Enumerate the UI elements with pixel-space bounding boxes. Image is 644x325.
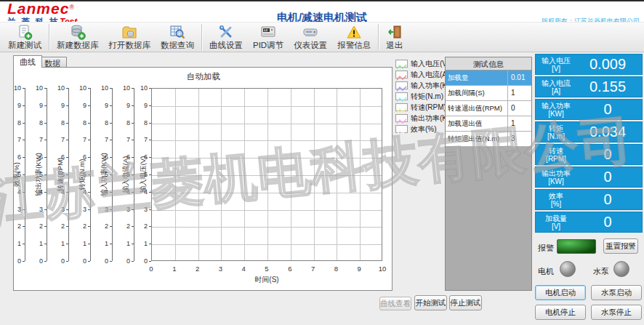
y-axis-tick-label: 0 [75, 257, 86, 265]
y-axis-tick-label: 8 [53, 119, 65, 127]
x-axis-tick-label: 3 [219, 265, 222, 273]
chart-title: 自动加载 [14, 71, 393, 82]
y-axis-tick-label: 10 [118, 84, 130, 92]
x-axis-tick-label: 0 [149, 265, 153, 273]
y-axis-tick [23, 157, 25, 158]
measurement-tile-list: 输入电压[V]0.009输入电流[A]0.155输入功率[KW]0转矩[N.m]… [535, 54, 643, 234]
legend-line-swatch-icon [395, 71, 408, 79]
y-axis-tick [132, 88, 134, 89]
test-info-row-label: 转速退出值(RPM) [446, 101, 508, 116]
y-axis-tick [88, 105, 90, 106]
test-info-row-label: 加载退出值 [446, 116, 508, 131]
y-axis-tick [88, 192, 90, 193]
toolbar-button-new-database[interactable]: 新建数据库 [52, 23, 104, 52]
toolbar-button-meter-settings[interactable]: 仪表设置 [289, 23, 332, 52]
legend-line-swatch-icon [395, 60, 408, 68]
start-test-button[interactable]: 开始测试 [414, 295, 447, 310]
measurement-value: 0.009 [576, 56, 642, 73]
y-axis-tick [66, 123, 68, 124]
y-axis-tick [23, 192, 25, 193]
measurement-tile: 输入电压[V]0.009 [535, 54, 643, 75]
test-info-row[interactable]: 加载退出值1 [446, 116, 531, 132]
y-axis-tick-label: 2 [75, 222, 86, 230]
y-axis-line [90, 88, 91, 261]
motor-stop-button[interactable]: 电机停止 [535, 305, 586, 320]
gridline [221, 89, 222, 260]
gridline [152, 158, 382, 159]
test-info-row[interactable]: 转速退出值(RPM)0 [446, 101, 531, 116]
legend-line-swatch-icon [395, 81, 408, 89]
toolbar: 新建测试新建数据库打开数据库数据查询曲线设置PID调节仪表设置报警信息退出 [0, 22, 644, 52]
curve-view-button[interactable]: 曲线查看 [379, 297, 411, 310]
y-axis-tick-label: 1 [75, 240, 86, 247]
y-axis-line [112, 88, 113, 261]
toolbar-button-exit[interactable]: 退出 [381, 23, 408, 52]
y-axis-tick [132, 105, 134, 106]
y-axis-tick-label: 0 [118, 257, 130, 265]
toolbar-separator [49, 24, 49, 50]
gridline [152, 244, 382, 245]
y-axis-title: 输入电压(V) [139, 156, 148, 193]
y-axis-title: 效率(%) [12, 162, 22, 187]
y-axis-tick [23, 174, 25, 175]
test-info-row[interactable]: 加载量0.01 [446, 71, 531, 86]
y-axis-tick [110, 226, 112, 227]
measurement-value: 0.034 [576, 124, 642, 140]
toolbar-button-data-query[interactable]: 数据查询 [156, 23, 199, 52]
toolbar-button-pid-tuning[interactable]: PID调节 [248, 23, 289, 52]
y-axis-tick [88, 261, 90, 262]
y-axis-title: 输入电流(A) [121, 156, 131, 193]
pump-start-button[interactable]: 水泵启动 [591, 285, 642, 300]
legend-line-swatch-icon [395, 92, 408, 100]
y-axis-tick-label: 2 [97, 222, 108, 230]
gridline [198, 89, 199, 260]
y-axis-tick-label: 3 [53, 206, 65, 213]
y-axis-tick-label: 1 [31, 240, 43, 247]
x-axis-tick-label: 6 [288, 265, 291, 273]
stop-test-button[interactable]: 停止测试 [449, 295, 482, 310]
test-info-row[interactable]: 转矩退出值(N.m)3 [446, 132, 531, 147]
y-axis-tick [132, 209, 134, 210]
pump-stop-button[interactable]: 水泵停止 [591, 305, 642, 320]
y-axis-title: 转矩(N.m) [78, 159, 87, 190]
y-axis-tick-label: 3 [9, 206, 21, 213]
tab-曲线[interactable]: 曲线 [13, 55, 42, 68]
y-axis-tick [44, 192, 47, 193]
y-axis-tick [66, 88, 68, 89]
y-axis-tick-label: 6 [9, 153, 21, 161]
y-axis-tick [44, 174, 47, 175]
legend-label: 转矩(N.m) [411, 92, 443, 102]
alarm-label: 报警 [538, 243, 554, 254]
y-axis-tick-label: 9 [136, 102, 148, 109]
y-axis-tick-label: 2 [118, 222, 130, 230]
y-axis-tick-label: 9 [53, 102, 65, 109]
y-axis-tick [66, 192, 68, 193]
gridline [152, 175, 382, 176]
y-axis-tick [44, 261, 47, 262]
toolbar-button-label: 打开数据库 [109, 40, 151, 51]
toolbar-button-alarm-info[interactable]: 报警信息 [332, 23, 376, 52]
motor-start-button[interactable]: 电机启动 [535, 285, 586, 300]
toolbar-button-new-test[interactable]: 新建测试 [3, 23, 47, 52]
test-info-row[interactable]: 加载间隔(S)1 [446, 86, 531, 101]
measurement-label: 输入电流[A] [536, 79, 576, 95]
y-axis-tick [132, 140, 134, 140]
y-axis-tick-label: 0 [53, 257, 65, 265]
header-bar: Lanmec® 兰 菱 科 技Test 电机/减速电机测试 版权所有：江苏兰菱机… [0, 0, 644, 22]
y-axis-tick-label: 10 [9, 84, 21, 92]
chart-plot-area [151, 88, 382, 261]
y-axis-tick [110, 174, 112, 175]
y-axis-tick-label: 2 [53, 222, 65, 230]
gridline [360, 89, 361, 260]
toolbar-button-label: 报警信息 [337, 40, 371, 51]
y-axis-tick [88, 123, 90, 124]
y-axis-tick-label: 7 [31, 136, 43, 143]
tab-数据[interactable]: 数据 [38, 57, 67, 68]
gridline [291, 89, 291, 260]
y-axis-tick [23, 140, 25, 140]
toolbar-button-open-database[interactable]: 打开数据库 [104, 23, 156, 52]
reset-alarm-button[interactable]: 重置报警 [603, 238, 638, 254]
y-axis-tick [44, 244, 47, 244]
toolbar-button-label: 退出 [386, 40, 403, 51]
toolbar-button-curve-settings[interactable]: 曲线设置 [204, 23, 248, 52]
